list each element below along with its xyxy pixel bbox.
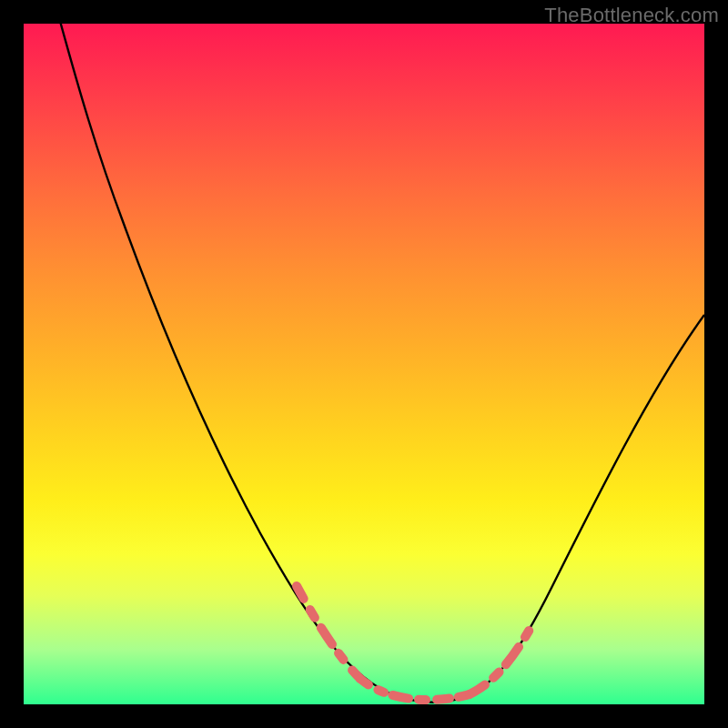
curve-path xyxy=(58,24,704,702)
curve-dash-bottom xyxy=(360,679,470,700)
bottleneck-curve xyxy=(24,24,704,704)
watermark-text: TheBottleneck.com xyxy=(544,4,719,27)
chart-frame: TheBottleneck.com xyxy=(0,0,728,728)
plot-area xyxy=(24,24,704,704)
curve-dash-right xyxy=(470,615,538,694)
